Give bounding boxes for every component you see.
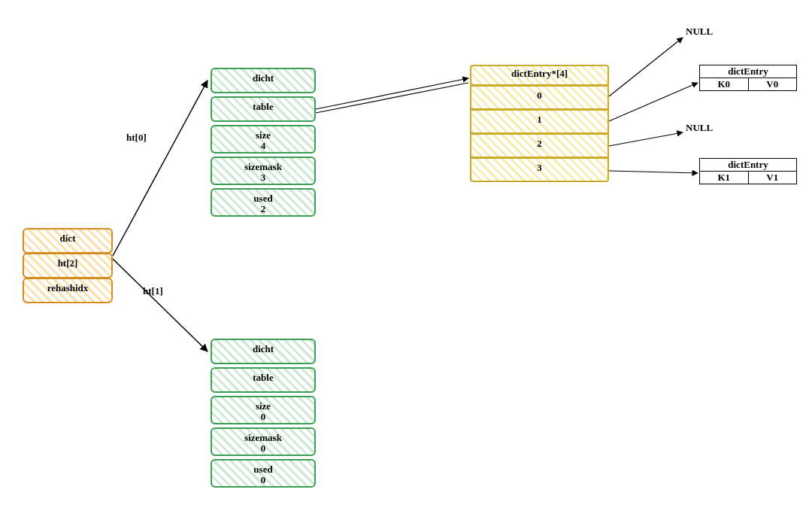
ht0-size-cell: size 4 — [211, 125, 316, 154]
ht1-size-value: 0 — [212, 411, 314, 423]
svg-line-5 — [609, 83, 698, 121]
ht1-size-cell: size 0 — [211, 396, 316, 424]
dict-ht-label: ht[2] — [24, 257, 111, 269]
connector-lines — [0, 0, 812, 526]
null-label-0: NULL — [686, 26, 713, 38]
dict-entry-1-key: K1 — [700, 172, 749, 184]
ht1-dicht: dicht — [212, 343, 314, 355]
bucket-slot-2: 2 — [470, 133, 609, 158]
ht1-used-value: 0 — [212, 474, 314, 486]
ht1-sizemask-value: 0 — [212, 442, 314, 455]
svg-line-4 — [609, 38, 683, 96]
bucket-header-cell: dictEntry*[4] — [470, 65, 609, 86]
ht1-table: table — [212, 372, 314, 384]
dict-entry-1: dictEntry K1 V1 — [699, 158, 797, 184]
svg-line-0 — [113, 81, 208, 256]
ht0-table: table — [212, 101, 314, 113]
dict-entry-0: dictEntry K0 V0 — [699, 65, 797, 91]
diagram-canvas: dict ht[2] rehashidx ht[0] ht[1] dicht t… — [0, 0, 812, 526]
ht1-used-cell: used 0 — [211, 459, 316, 488]
ht0-dicht: dicht — [212, 72, 314, 84]
ht0-used-value: 2 — [212, 203, 314, 215]
ht1-dicht-cell: dicht — [211, 339, 316, 364]
svg-line-7 — [609, 171, 698, 173]
dict-title-cell: dict — [23, 228, 113, 254]
edge-label-ht1: ht[1] — [143, 285, 163, 297]
dict-entry-0-val: V0 — [749, 78, 797, 90]
dict-entry-0-key: K0 — [700, 78, 749, 90]
bucket-slot-1-label: 1 — [471, 114, 607, 126]
bucket-slot-0-label: 0 — [471, 90, 607, 102]
ht0-size-value: 4 — [212, 140, 314, 152]
null-label-1: NULL — [686, 122, 713, 134]
dict-ht-cell: ht[2] — [23, 253, 113, 278]
bucket-slot-0: 0 — [470, 85, 609, 110]
ht1-sizemask-cell: sizemask 0 — [211, 427, 316, 456]
ht0-used-cell: used 2 — [211, 188, 316, 217]
ht0-dicht-cell: dicht — [211, 68, 316, 93]
ht0-sizemask-cell: sizemask 3 — [211, 157, 316, 185]
ht1-table-cell: table — [211, 367, 316, 393]
dict-entry-0-title: dictEntry — [700, 65, 796, 78]
dict-entry-1-title: dictEntry — [700, 159, 796, 172]
bucket-slot-1: 1 — [470, 109, 609, 134]
dict-rehashidx-cell: rehashidx — [23, 278, 113, 303]
dict-title: dict — [24, 233, 111, 245]
dict-entry-1-val: V1 — [749, 172, 797, 184]
bucket-slot-3: 3 — [470, 157, 609, 182]
edge-label-ht0: ht[0] — [126, 132, 147, 144]
svg-line-1 — [113, 259, 208, 351]
svg-line-6 — [609, 132, 683, 146]
ht0-sizemask-value: 3 — [212, 172, 314, 184]
svg-line-3 — [316, 83, 468, 113]
dict-rehashidx-label: rehashidx — [24, 282, 111, 294]
bucket-slot-3-label: 3 — [471, 162, 607, 174]
ht0-table-cell: table — [211, 96, 316, 122]
bucket-slot-2-label: 2 — [471, 138, 607, 150]
svg-line-2 — [316, 78, 468, 109]
bucket-header: dictEntry*[4] — [471, 68, 607, 80]
